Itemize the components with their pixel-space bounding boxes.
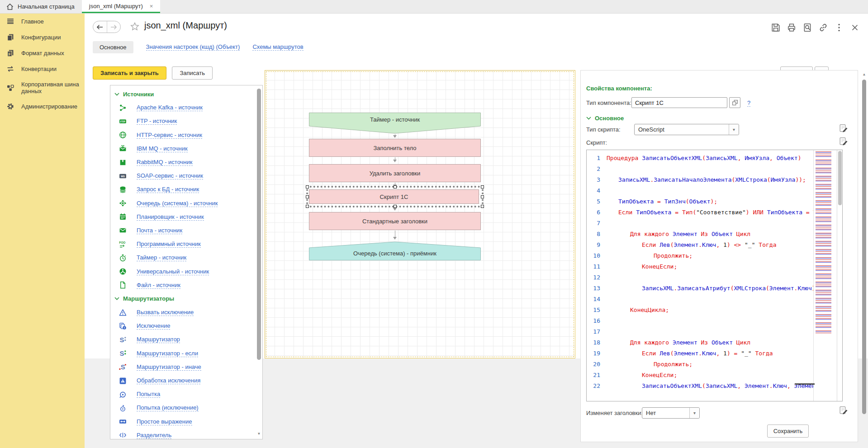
component-type-label: Тип компонента: <box>586 99 631 106</box>
sidebar-item-esb[interactable]: Корпоративная шина данных <box>0 77 85 99</box>
history-nav-buttons <box>93 21 121 33</box>
section-main-header[interactable]: Основное <box>586 115 624 122</box>
flow-node-timer-source[interactable]: Таймер - источник <box>309 113 481 134</box>
selection-handle[interactable] <box>481 195 484 198</box>
palette-item[interactable]: RabbitMQ - источник <box>110 156 262 169</box>
palette-item[interactable]: Планировщик - источник <box>110 210 262 224</box>
palette-scroll-down-icon[interactable] <box>257 432 261 436</box>
open-in-window-button[interactable] <box>729 97 740 108</box>
selection-handle[interactable] <box>306 195 309 198</box>
tab-main[interactable]: Основное <box>93 41 133 53</box>
flow-node-remove-headers[interactable]: Удалить заголовки <box>309 164 481 182</box>
script-type-combobox[interactable]: OneScript <box>634 124 739 135</box>
selection-handle[interactable] <box>306 185 309 189</box>
more-vertical-icon[interactable] <box>834 23 844 33</box>
save-icon[interactable] <box>771 23 781 33</box>
selection-handle[interactable] <box>481 205 484 208</box>
save-script-button[interactable]: Сохранить <box>767 424 809 438</box>
tab-close-icon[interactable] <box>150 3 153 9</box>
dropdown-arrow-icon[interactable] <box>689 408 699 418</box>
palette-item[interactable]: Apache Kafka - источник <box>110 101 262 114</box>
code-line: 14 <box>587 293 813 304</box>
sidebar-item-configurations[interactable]: Конфигурации <box>0 29 85 45</box>
print-icon[interactable] <box>787 23 797 33</box>
palette-item[interactable]: Вызвать исключение <box>110 306 262 319</box>
selection-handle[interactable] <box>394 185 397 189</box>
code-editor[interactable]: 1Процедура ЗаписатьОбъектXML(ЗаписьXML, … <box>586 150 843 401</box>
palette-section-routers[interactable]: Маршрутизаторы <box>110 292 262 306</box>
back-button[interactable] <box>93 21 107 33</box>
try-icon <box>119 391 127 398</box>
selection-handle[interactable] <box>481 185 484 189</box>
palette-item[interactable]: Запрос к БД - источник <box>110 183 262 196</box>
palette-item[interactable]: FOOПрограммный источник <box>110 237 262 251</box>
palette-item[interactable]: Почта - источник <box>110 224 262 237</box>
component-type-input[interactable] <box>631 97 727 108</box>
palette-item[interactable]: Попытка <box>110 387 262 401</box>
palette-item[interactable]: Попытка (исключение) <box>110 401 262 415</box>
route-diagram-canvas[interactable]: Таймер - источник Заполнить тело Удалить… <box>265 70 575 358</box>
flow-node-standard-headers[interactable]: Стандартные заголовки <box>309 212 481 230</box>
sidebar-item-data-format[interactable]: F Формат данных <box>0 45 85 61</box>
palette-item[interactable]: Обработка исключения <box>110 374 262 387</box>
flow-node-fill-body[interactable]: Заполнить тело <box>309 139 481 157</box>
code-line: 9Если Лев(Элемент.Ключ, 1) <> "_" Тогда <box>587 239 813 250</box>
palette-item[interactable]: Файл - источник <box>110 278 262 292</box>
rabbitmq-icon <box>119 159 127 166</box>
palette-item[interactable]: Разделитель <box>110 429 262 439</box>
tab-home-page[interactable]: Начальная страница <box>0 0 82 13</box>
modifies-headers-combobox[interactable]: Нет <box>642 407 700 419</box>
palette-item[interactable]: Таймер - источник <box>110 251 262 264</box>
flow-node-script-1c[interactable]: Скрипт 1С <box>309 189 479 204</box>
dropdown-arrow-icon[interactable] <box>729 124 739 135</box>
favorite-star-icon[interactable] <box>130 22 140 32</box>
flow-node-system-queue-target[interactable]: Очередь (система) - приёмник <box>309 241 481 260</box>
preview-icon[interactable] <box>802 23 812 33</box>
code-foo-icon: FOO <box>119 241 127 248</box>
sidebar-item-conversions[interactable]: Конвертации <box>0 61 85 77</box>
link-settings-values[interactable]: Значения настроек (кшд) (Объект) <box>146 43 240 51</box>
sidebar-item-administration[interactable]: Администрирование <box>0 99 85 114</box>
panel-scrollbar-thumb[interactable] <box>862 80 866 414</box>
component-type-help-link[interactable]: ? <box>747 99 750 107</box>
palette-item[interactable]: Универсальный - источник <box>110 264 262 278</box>
script-type-label: Тип скрипта: <box>586 126 621 133</box>
line-number: 19 <box>587 350 607 357</box>
palette-item[interactable]: Простое выражение <box>110 415 262 429</box>
editor-scrollbar-thumb[interactable] <box>838 151 842 205</box>
code-line: 5ТипОбъекта = ТипЗнч(Объект); <box>587 196 813 207</box>
window-tab-bar: Начальная страница json_xml (Маршрут) <box>0 0 868 14</box>
save-and-close-button[interactable]: Записать и закрыть <box>93 66 166 80</box>
palette-item[interactable]: Исключение <box>110 319 262 333</box>
globe-icon <box>119 131 127 139</box>
link-route-schemes[interactable]: Схемы маршрутов <box>252 43 303 51</box>
forward-button[interactable] <box>107 21 121 33</box>
palette-item[interactable]: wsSOAP-сервис - источник <box>110 169 262 183</box>
save-button[interactable]: Записать <box>172 66 213 80</box>
selection-handle[interactable] <box>394 205 397 208</box>
palette-item[interactable]: HTTP-сервис - источник <box>110 128 262 142</box>
code-minimap[interactable] <box>813 150 837 401</box>
system-queue-icon <box>119 199 127 207</box>
code-line: 17 <box>587 326 813 337</box>
palette-item[interactable]: SМаршрутизатор - если <box>110 347 262 360</box>
palette-item[interactable]: FTPFTP - источник <box>110 114 262 128</box>
palette-section-sources[interactable]: Источники <box>110 87 262 101</box>
sidebar-item-main[interactable]: Главное <box>0 14 85 29</box>
edit-script-type-icon[interactable] <box>839 124 848 133</box>
palette-item[interactable]: SМаршрутизатор - иначе <box>110 360 262 374</box>
close-icon[interactable] <box>850 23 860 33</box>
palette-item[interactable]: SМаршрутизатор <box>110 333 262 346</box>
palette-item[interactable]: Очередь (система) - источник <box>110 197 262 210</box>
tab-json-xml-route[interactable]: json_xml (Маршрут) <box>82 0 161 13</box>
scroll-up-icon[interactable] <box>861 72 867 76</box>
code-line: 21КонецЕсли; <box>587 369 813 380</box>
palette-item[interactable]: IBM MQ - источник <box>110 142 262 156</box>
selection-handle[interactable] <box>306 205 309 208</box>
edit-script-icon[interactable] <box>839 137 848 146</box>
edit-modifies-headers-icon[interactable] <box>839 406 848 415</box>
selection-frame[interactable]: Скрипт 1С <box>306 186 484 207</box>
link-icon[interactable] <box>818 23 828 33</box>
line-number: 11 <box>587 263 607 270</box>
palette-scrollbar-thumb[interactable] <box>257 89 261 360</box>
